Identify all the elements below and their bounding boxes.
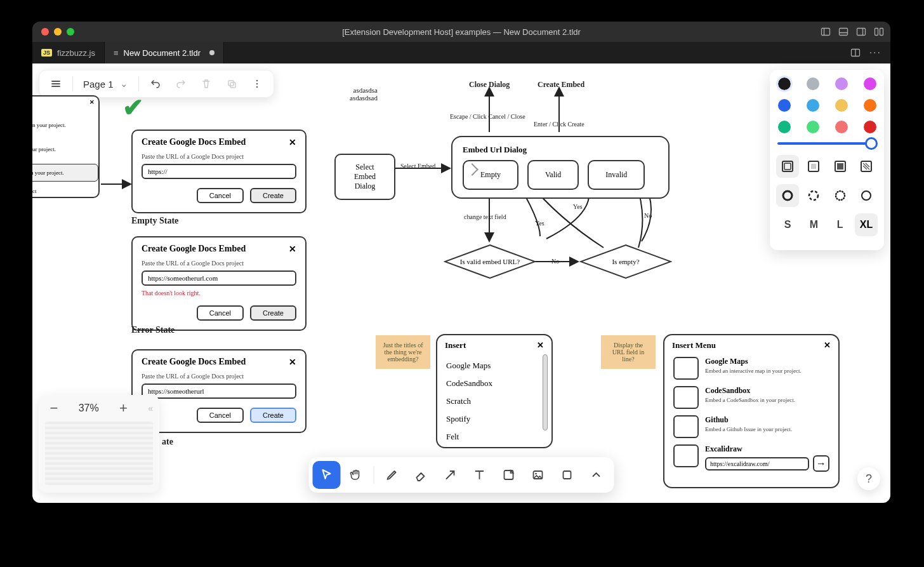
scrollbar[interactable] [543, 354, 548, 430]
split-editor-icon[interactable] [850, 48, 861, 58]
menu-button[interactable] [44, 72, 67, 95]
insert-item[interactable]: Felt [446, 428, 543, 446]
url-input[interactable] [142, 270, 296, 286]
trash-button[interactable] [195, 72, 218, 95]
color-swatch[interactable] [807, 121, 819, 133]
close-icon[interactable]: ✕ [289, 244, 296, 255]
layout-right-icon[interactable] [856, 27, 866, 37]
url-input[interactable] [142, 384, 296, 399]
page-selector[interactable]: Page 1 ⌄ [78, 78, 133, 90]
tab-document[interactable]: ≡ New Document 2.tldr [105, 42, 224, 63]
create-button[interactable]: Create [250, 188, 296, 203]
fill-none[interactable] [776, 155, 799, 178]
cancel-button[interactable]: Cancel [197, 408, 244, 423]
zoom-out-button[interactable]: − [45, 400, 63, 417]
color-swatch[interactable] [807, 77, 819, 90]
color-swatch[interactable] [864, 77, 876, 90]
insert-item[interactable]: Spotify [446, 410, 543, 428]
cancel-button[interactable]: Cancel [197, 305, 244, 321]
image-tool[interactable] [524, 461, 552, 489]
close-icon[interactable]: ✕ [89, 99, 95, 105]
arrow-tool[interactable] [437, 461, 465, 489]
traffic-close[interactable] [41, 28, 49, 36]
color-swatch[interactable] [807, 99, 819, 112]
layout-bottom-icon[interactable] [838, 27, 848, 37]
fill-solid[interactable] [829, 155, 852, 178]
card-description: Embed a Github Issue in your project. [705, 426, 829, 432]
color-swatch[interactable] [778, 77, 791, 90]
close-icon[interactable]: ✕ [824, 340, 831, 350]
layout-grid-icon[interactable] [874, 27, 884, 37]
arrow-label: No [551, 258, 559, 265]
insert-card[interactable]: CodeSandboxEmbed a CodeSandbox in your p… [673, 386, 829, 409]
color-swatch[interactable] [778, 121, 791, 133]
submit-url-button[interactable]: → [813, 455, 829, 472]
flow-label: Create Embed [538, 80, 584, 90]
top-toolbar: Page 1 ⌄ [39, 70, 274, 98]
size-s[interactable]: S [776, 213, 799, 236]
traffic-minimize[interactable] [54, 28, 62, 36]
redo-button[interactable] [169, 72, 192, 95]
card-description: Embed an interactive map in your project… [705, 368, 829, 374]
hand-tool[interactable] [342, 461, 370, 489]
insert-item[interactable]: CodeSandbox [446, 375, 543, 392]
fill-pattern[interactable] [855, 155, 878, 178]
color-swatch[interactable] [835, 121, 848, 133]
insert-card[interactable]: GithubEmbed a Github Issue in your proje… [673, 415, 829, 438]
insert-card[interactable]: Google MapsEmbed an interactive map in y… [673, 357, 829, 380]
cancel-button[interactable]: Cancel [197, 188, 244, 203]
insert-panel-simple: Insert✕ Google MapsCodeSandboxScratchSpo… [436, 334, 553, 448]
close-icon[interactable]: ✕ [537, 340, 544, 350]
duplicate-button[interactable] [220, 72, 243, 95]
eraser-tool[interactable] [407, 461, 435, 489]
shape-tool[interactable] [553, 461, 581, 489]
dash-dotted[interactable] [829, 184, 852, 207]
color-swatch[interactable] [835, 77, 848, 90]
flow-label: Escape / Click Cancel / Close [450, 113, 525, 120]
fill-semi[interactable] [802, 155, 825, 178]
zoom-value: 37% [79, 403, 99, 414]
layout-left-icon[interactable] [821, 27, 831, 37]
insert-item[interactable]: Scratch [446, 392, 543, 410]
opacity-slider[interactable] [777, 142, 876, 145]
color-swatch[interactable] [778, 99, 791, 112]
dirty-indicator [209, 50, 214, 55]
insert-card[interactable]: Excalidraw→ [673, 444, 829, 472]
text-tool[interactable] [466, 461, 494, 489]
zoom-in-button[interactable]: + [114, 400, 132, 417]
url-input[interactable] [142, 164, 296, 179]
tab-label: fizzbuzz.js [57, 48, 95, 58]
dash-dashed[interactable] [802, 184, 825, 207]
collapse-minimap[interactable]: « [148, 403, 153, 413]
close-icon[interactable]: ✕ [289, 137, 296, 148]
color-swatch[interactable] [835, 99, 848, 112]
help-button[interactable]: ? [857, 467, 880, 490]
traffic-zoom[interactable] [67, 28, 74, 36]
create-button[interactable]: Create [250, 305, 296, 321]
size-m[interactable]: M [802, 213, 825, 236]
more-vert-button[interactable] [246, 72, 268, 95]
minimap[interactable] [45, 422, 153, 485]
note-tool[interactable] [495, 461, 523, 489]
thumbnail [673, 444, 699, 467]
flow-label: Enter / Click Create [534, 121, 584, 128]
color-swatch[interactable] [864, 99, 876, 112]
size-l[interactable]: L [829, 213, 852, 236]
undo-button[interactable] [144, 72, 167, 95]
more-icon[interactable]: ··· [869, 47, 881, 58]
insert-item[interactable]: Google Maps [446, 357, 543, 375]
size-xl[interactable]: XL [855, 213, 878, 236]
dash-draw[interactable] [776, 184, 799, 207]
select-embed-box: Select Embed Dialog [334, 154, 395, 200]
card-title: CodeSandbox [705, 386, 829, 396]
create-button[interactable]: Create [250, 408, 296, 423]
close-icon[interactable]: ✕ [289, 357, 296, 368]
color-swatch[interactable] [864, 121, 876, 133]
select-tool[interactable] [313, 461, 341, 489]
tab-fizzbuzz[interactable]: JS fizzbuzz.js [32, 42, 105, 63]
thumbnail [673, 386, 699, 409]
embed-url-input[interactable] [705, 457, 809, 470]
dash-solid[interactable] [855, 184, 878, 207]
more-tools[interactable] [583, 461, 610, 489]
draw-tool[interactable] [378, 461, 406, 489]
